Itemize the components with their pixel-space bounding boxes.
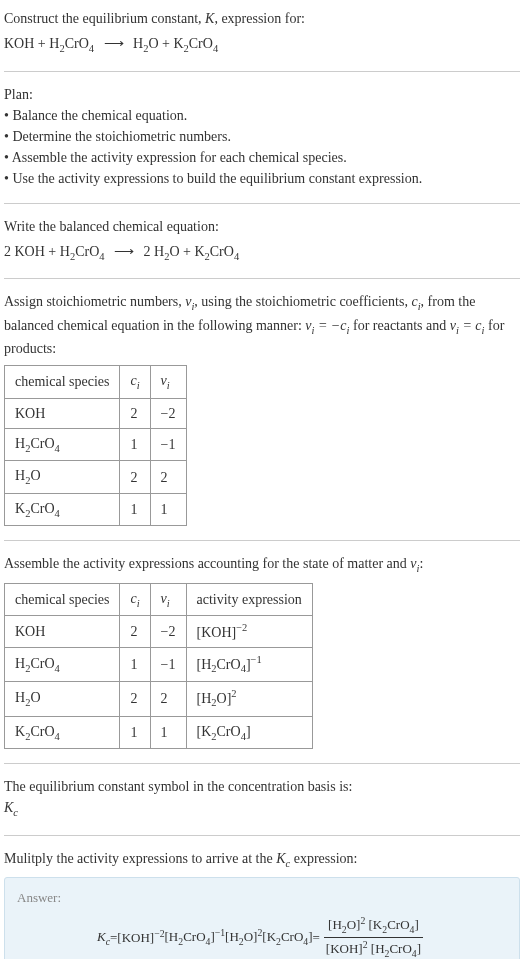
intro-text-1: Construct the equilibrium constant,: [4, 11, 205, 26]
cell-nui: −2: [150, 398, 186, 428]
reaction-arrow: ⟶: [104, 33, 124, 54]
table-row: KOH 2 −2: [5, 398, 187, 428]
divider: [4, 763, 520, 764]
table-row: H2O 2 2: [5, 461, 187, 494]
cell-species: K2CrO4: [5, 493, 120, 526]
divider: [4, 540, 520, 541]
cell-nui: 2: [150, 461, 186, 494]
cell-activity: [KOH]−2: [186, 616, 312, 648]
reaction-arrow: ⟶: [114, 241, 134, 262]
col-ci: ci: [120, 366, 150, 399]
answer-label: Answer:: [17, 888, 507, 908]
cell-ci: 1: [120, 428, 150, 461]
activity-table: chemical species ci νi activity expressi…: [4, 583, 313, 749]
species-h2o: H2O: [133, 36, 159, 51]
cell-nui: 1: [150, 716, 186, 749]
kc-fraction: [H2O]2 [K2CrO4] [KOH]2 [H2CrO4]: [322, 914, 425, 959]
divider: [4, 278, 520, 279]
col-nui: νi: [150, 583, 186, 616]
stoich-table: chemical species ci νi KOH 2 −2 H2CrO4 1…: [4, 365, 187, 526]
divider: [4, 71, 520, 72]
species-h2cro4: H2CrO4: [60, 244, 105, 259]
plan-item-1: • Balance the chemical equation.: [4, 105, 520, 126]
plus: +: [45, 244, 60, 259]
cell-species: KOH: [5, 616, 120, 648]
cell-nui: 1: [150, 493, 186, 526]
nu-i: νi: [185, 294, 194, 309]
answer-box: Answer: Kc = [KOH]−2 [H2CrO4]−1 [H2O]2 […: [4, 877, 520, 959]
cell-activity: [H2O]2: [186, 682, 312, 716]
cell-species: H2CrO4: [5, 648, 120, 682]
denominator: [KOH]2 [H2CrO4]: [322, 938, 425, 959]
kc-expression: Kc = [KOH]−2 [H2CrO4]−1 [H2O]2 [K2CrO4] …: [17, 914, 507, 959]
table-row: K2CrO4 1 1: [5, 493, 187, 526]
assemble-text: Assemble the activity expressions accoun…: [4, 553, 520, 577]
cell-activity: [K2CrO4]: [186, 716, 312, 749]
cell-nui: −1: [150, 428, 186, 461]
table-row: K2CrO4 1 1 [K2CrO4]: [5, 716, 313, 749]
divider: [4, 835, 520, 836]
cell-species: K2CrO4: [5, 716, 120, 749]
cell-activity: [H2CrO4]−1: [186, 648, 312, 682]
col-ci: ci: [120, 583, 150, 616]
multiply-text: Mulitply the activity expressions to arr…: [4, 848, 520, 872]
cell-ci: 1: [120, 716, 150, 749]
cell-species: KOH: [5, 398, 120, 428]
cell-species: H2CrO4: [5, 428, 120, 461]
problem-statement: Construct the equilibrium constant, K, e…: [4, 8, 520, 57]
assign-section: Assign stoichiometric numbers, νi, using…: [4, 291, 520, 526]
kc-symbol: Kc: [97, 927, 110, 949]
table-row: H2CrO4 1 −1 [H2CrO4]−1: [5, 648, 313, 682]
multiply-section: Mulitply the activity expressions to arr…: [4, 848, 520, 959]
c-i: ci: [411, 294, 420, 309]
cell-ci: 2: [120, 682, 150, 716]
plan-item-3: • Assemble the activity expression for e…: [4, 147, 520, 168]
cell-ci: 2: [120, 616, 150, 648]
nu-eq-c: νi = ci: [450, 318, 485, 333]
species-k2cro4: K2CrO4: [173, 36, 218, 51]
plus: +: [180, 244, 195, 259]
cell-nui: −2: [150, 616, 186, 648]
balanced-section: Write the balanced chemical equation: 2 …: [4, 216, 520, 265]
assemble-section: Assemble the activity expressions accoun…: [4, 553, 520, 749]
cell-ci: 2: [120, 461, 150, 494]
cell-nui: −1: [150, 648, 186, 682]
cell-ci: 1: [120, 493, 150, 526]
cell-species: H2O: [5, 461, 120, 494]
plan-item-2: • Determine the stoichiometric numbers.: [4, 126, 520, 147]
species-h2cro4: H2CrO4: [49, 36, 94, 51]
species-h2o: 2 H2O: [144, 244, 180, 259]
cell-ci: 1: [120, 648, 150, 682]
plus: +: [34, 36, 49, 51]
intro-text-2: , expression for:: [214, 11, 305, 26]
plan-item-4: • Use the activity expressions to build …: [4, 168, 520, 189]
table-header-row: chemical species ci νi activity expressi…: [5, 583, 313, 616]
term-koh: [KOH]−2: [117, 927, 164, 948]
kc-symbol: Kc: [276, 851, 290, 866]
term-h2o: [H2O]2: [225, 926, 262, 950]
table-row: H2CrO4 1 −1: [5, 428, 187, 461]
assign-text: Assign stoichiometric numbers, νi, using…: [4, 291, 520, 359]
table-row: KOH 2 −2 [KOH]−2: [5, 616, 313, 648]
equals: =: [110, 928, 117, 948]
K-symbol: K: [205, 11, 214, 26]
symbol-text: The equilibrium constant symbol in the c…: [4, 776, 520, 797]
numerator: [H2O]2 [K2CrO4]: [324, 914, 423, 939]
cell-nui: 2: [150, 682, 186, 716]
balanced-title: Write the balanced chemical equation:: [4, 216, 520, 237]
species-koh: KOH: [4, 36, 34, 51]
cell-species: H2O: [5, 682, 120, 716]
coef-species: 2 KOH: [4, 244, 45, 259]
term-k2cro4: [K2CrO4]: [262, 927, 312, 949]
term-h2cro4: [H2CrO4]−1: [165, 926, 226, 950]
plan-title: Plan:: [4, 84, 520, 105]
col-nui: νi: [150, 366, 186, 399]
symbol-section: The equilibrium constant symbol in the c…: [4, 776, 520, 821]
col-species: chemical species: [5, 583, 120, 616]
species-k2cro4: K2CrO4: [194, 244, 239, 259]
table-header-row: chemical species ci νi: [5, 366, 187, 399]
plus: +: [159, 36, 174, 51]
unbalanced-equation: KOH + H2CrO4 ⟶ H2O + K2CrO4: [4, 33, 520, 57]
balanced-equation: 2 KOH + H2CrO4 ⟶ 2 H2O + K2CrO4: [4, 241, 520, 265]
col-activity: activity expression: [186, 583, 312, 616]
